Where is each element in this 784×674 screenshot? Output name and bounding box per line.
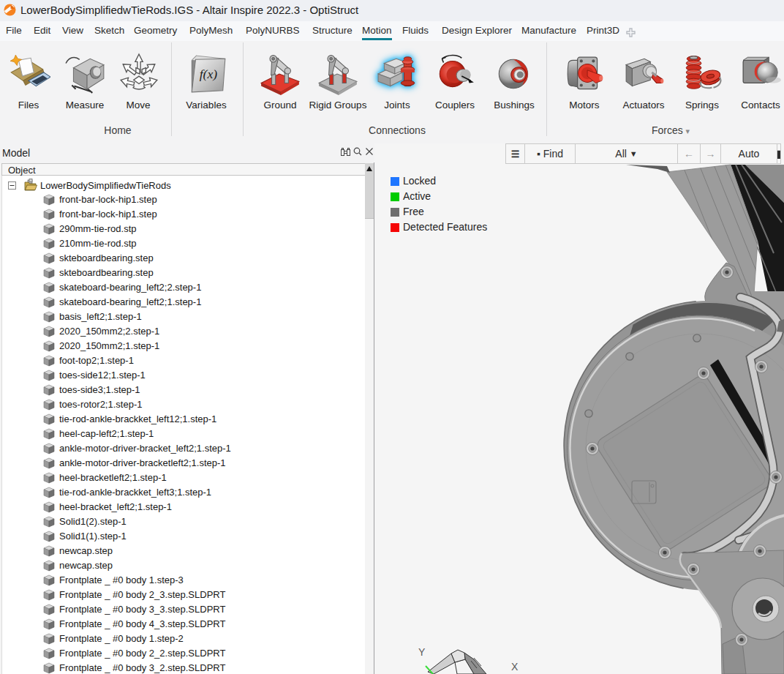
svg-text:f(x): f(x) [200, 67, 218, 81]
